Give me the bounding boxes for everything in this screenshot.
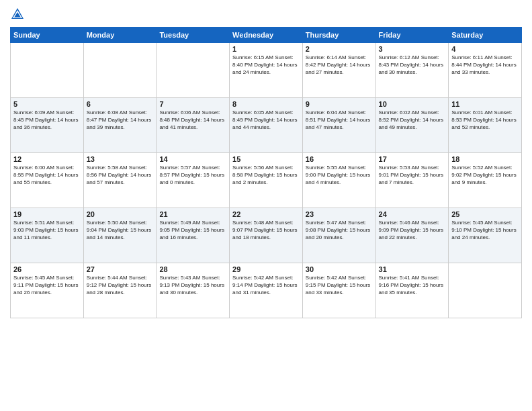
day-cell: 28Sunrise: 5:43 AM Sunset: 9:13 PM Dayli… (157, 263, 230, 318)
day-number: 22 (232, 210, 300, 218)
day-number: 24 (379, 210, 446, 218)
day-number: 4 (451, 45, 519, 53)
header-day-monday: Monday (83, 28, 157, 43)
day-info: Sunrise: 5:58 AM Sunset: 8:56 PM Dayligh… (87, 165, 154, 186)
day-cell: 27Sunrise: 5:44 AM Sunset: 9:12 PM Dayli… (83, 263, 157, 318)
day-number: 14 (159, 155, 226, 163)
day-cell: 18Sunrise: 5:52 AM Sunset: 9:02 PM Dayli… (449, 153, 522, 208)
day-number: 15 (232, 155, 300, 163)
day-number: 20 (87, 210, 154, 218)
day-cell: 15Sunrise: 5:56 AM Sunset: 8:58 PM Dayli… (230, 153, 303, 208)
logo (10, 7, 28, 21)
day-cell: 20Sunrise: 5:50 AM Sunset: 9:04 PM Dayli… (83, 208, 157, 263)
day-cell: 19Sunrise: 5:51 AM Sunset: 9:03 PM Dayli… (11, 208, 84, 263)
day-cell: 3Sunrise: 6:12 AM Sunset: 8:43 PM Daylig… (375, 43, 449, 98)
day-info: Sunrise: 5:41 AM Sunset: 9:16 PM Dayligh… (379, 275, 446, 296)
calendar-table: SundayMondayTuesdayWednesdayThursdayFrid… (10, 27, 522, 318)
page: SundayMondayTuesdayWednesdayThursdayFrid… (0, 0, 532, 411)
day-info: Sunrise: 5:47 AM Sunset: 9:08 PM Dayligh… (306, 220, 373, 241)
day-number: 19 (13, 210, 81, 218)
day-number: 31 (379, 265, 446, 273)
day-number: 21 (159, 210, 226, 218)
day-cell: 26Sunrise: 5:45 AM Sunset: 9:11 PM Dayli… (11, 263, 84, 318)
day-number: 26 (13, 265, 81, 273)
day-info: Sunrise: 6:05 AM Sunset: 8:49 PM Dayligh… (232, 109, 300, 131)
day-cell: 10Sunrise: 6:02 AM Sunset: 8:52 PM Dayli… (375, 98, 449, 153)
day-cell: 5Sunrise: 6:09 AM Sunset: 8:45 PM Daylig… (11, 98, 84, 153)
day-number: 11 (451, 100, 519, 108)
logo-icon (10, 7, 25, 21)
header (10, 7, 522, 21)
day-cell: 17Sunrise: 5:53 AM Sunset: 9:01 PM Dayli… (375, 153, 449, 208)
day-number: 16 (306, 155, 373, 163)
header-day-saturday: Saturday (449, 28, 522, 43)
day-number: 25 (451, 210, 519, 218)
day-info: Sunrise: 6:04 AM Sunset: 8:51 PM Dayligh… (306, 109, 373, 131)
day-number: 3 (379, 45, 446, 53)
day-cell: 16Sunrise: 5:55 AM Sunset: 9:00 PM Dayli… (302, 153, 375, 208)
day-cell (83, 43, 157, 98)
day-info: Sunrise: 5:46 AM Sunset: 9:09 PM Dayligh… (379, 220, 446, 241)
week-row-2: 5Sunrise: 6:09 AM Sunset: 8:45 PM Daylig… (11, 98, 522, 153)
day-cell: 7Sunrise: 6:06 AM Sunset: 8:48 PM Daylig… (157, 98, 230, 153)
day-info: Sunrise: 5:55 AM Sunset: 9:00 PM Dayligh… (306, 165, 373, 186)
day-number: 2 (306, 45, 373, 53)
day-number: 6 (87, 100, 154, 108)
header-day-wednesday: Wednesday (230, 28, 303, 43)
day-number: 23 (306, 210, 373, 218)
day-number: 8 (232, 100, 300, 108)
day-info: Sunrise: 5:48 AM Sunset: 9:07 PM Dayligh… (232, 220, 300, 241)
day-info: Sunrise: 6:15 AM Sunset: 8:40 PM Dayligh… (232, 54, 300, 76)
day-number: 10 (379, 100, 446, 108)
day-cell: 22Sunrise: 5:48 AM Sunset: 9:07 PM Dayli… (230, 208, 303, 263)
day-cell: 11Sunrise: 6:01 AM Sunset: 8:53 PM Dayli… (449, 98, 522, 153)
day-info: Sunrise: 6:11 AM Sunset: 8:44 PM Dayligh… (451, 54, 519, 76)
day-info: Sunrise: 5:49 AM Sunset: 9:05 PM Dayligh… (159, 220, 226, 241)
day-cell: 24Sunrise: 5:46 AM Sunset: 9:09 PM Dayli… (375, 208, 449, 263)
day-cell: 2Sunrise: 6:14 AM Sunset: 8:42 PM Daylig… (302, 43, 375, 98)
day-info: Sunrise: 6:06 AM Sunset: 8:48 PM Dayligh… (159, 109, 226, 131)
day-info: Sunrise: 5:53 AM Sunset: 9:01 PM Dayligh… (379, 165, 446, 186)
day-cell (11, 43, 84, 98)
day-number: 30 (306, 265, 373, 273)
day-info: Sunrise: 6:01 AM Sunset: 8:53 PM Dayligh… (451, 109, 519, 131)
header-day-sunday: Sunday (11, 28, 84, 43)
day-info: Sunrise: 5:51 AM Sunset: 9:03 PM Dayligh… (13, 220, 81, 241)
day-info: Sunrise: 5:44 AM Sunset: 9:12 PM Dayligh… (87, 275, 154, 296)
day-cell: 1Sunrise: 6:15 AM Sunset: 8:40 PM Daylig… (230, 43, 303, 98)
day-info: Sunrise: 5:45 AM Sunset: 9:10 PM Dayligh… (451, 220, 519, 241)
day-number: 7 (159, 100, 226, 108)
day-number: 13 (87, 155, 154, 163)
day-number: 17 (379, 155, 446, 163)
day-cell: 23Sunrise: 5:47 AM Sunset: 9:08 PM Dayli… (302, 208, 375, 263)
day-cell: 31Sunrise: 5:41 AM Sunset: 9:16 PM Dayli… (375, 263, 449, 318)
day-cell: 4Sunrise: 6:11 AM Sunset: 8:44 PM Daylig… (449, 43, 522, 98)
day-number: 9 (306, 100, 373, 108)
day-number: 1 (232, 45, 300, 53)
day-info: Sunrise: 5:56 AM Sunset: 8:58 PM Dayligh… (232, 165, 300, 186)
day-info: Sunrise: 5:42 AM Sunset: 9:14 PM Dayligh… (232, 275, 300, 296)
day-cell: 6Sunrise: 6:08 AM Sunset: 8:47 PM Daylig… (83, 98, 157, 153)
header-day-thursday: Thursday (302, 28, 375, 43)
day-info: Sunrise: 5:57 AM Sunset: 8:57 PM Dayligh… (159, 165, 226, 186)
day-cell (157, 43, 230, 98)
week-row-3: 12Sunrise: 6:00 AM Sunset: 8:55 PM Dayli… (11, 153, 522, 208)
day-number: 18 (451, 155, 519, 163)
week-row-4: 19Sunrise: 5:51 AM Sunset: 9:03 PM Dayli… (11, 208, 522, 263)
day-info: Sunrise: 6:02 AM Sunset: 8:52 PM Dayligh… (379, 109, 446, 131)
day-info: Sunrise: 5:45 AM Sunset: 9:11 PM Dayligh… (13, 275, 81, 296)
day-info: Sunrise: 6:00 AM Sunset: 8:55 PM Dayligh… (13, 165, 81, 186)
header-row: SundayMondayTuesdayWednesdayThursdayFrid… (11, 28, 522, 43)
day-info: Sunrise: 5:43 AM Sunset: 9:13 PM Dayligh… (159, 275, 226, 296)
day-cell: 14Sunrise: 5:57 AM Sunset: 8:57 PM Dayli… (157, 153, 230, 208)
day-info: Sunrise: 6:14 AM Sunset: 8:42 PM Dayligh… (306, 54, 373, 76)
day-number: 5 (13, 100, 81, 108)
day-cell: 21Sunrise: 5:49 AM Sunset: 9:05 PM Dayli… (157, 208, 230, 263)
day-cell (449, 263, 522, 318)
day-info: Sunrise: 6:08 AM Sunset: 8:47 PM Dayligh… (87, 109, 154, 131)
day-cell: 13Sunrise: 5:58 AM Sunset: 8:56 PM Dayli… (83, 153, 157, 208)
day-info: Sunrise: 5:52 AM Sunset: 9:02 PM Dayligh… (451, 165, 519, 186)
day-cell: 30Sunrise: 5:42 AM Sunset: 9:15 PM Dayli… (302, 263, 375, 318)
week-row-5: 26Sunrise: 5:45 AM Sunset: 9:11 PM Dayli… (11, 263, 522, 318)
day-number: 29 (232, 265, 300, 273)
